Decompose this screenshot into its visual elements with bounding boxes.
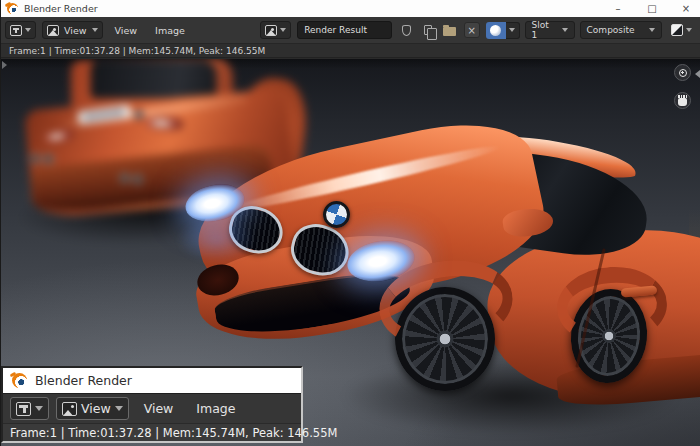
editor-type-dropdown[interactable] bbox=[5, 21, 36, 39]
chevron-down-icon bbox=[35, 406, 43, 411]
shield-icon bbox=[402, 25, 411, 36]
pan-gizmo-button[interactable] bbox=[674, 92, 691, 109]
render-pass-label: Composite bbox=[587, 25, 635, 35]
folder-icon bbox=[443, 27, 456, 36]
panel-collapse-arrow[interactable] bbox=[2, 61, 7, 69]
chevron-down-icon bbox=[280, 28, 286, 32]
editor-mode-dropdown[interactable]: View bbox=[56, 397, 129, 420]
mode-label: View bbox=[62, 25, 89, 36]
editor-type-dropdown[interactable] bbox=[10, 397, 49, 420]
image-browse-dropdown[interactable] bbox=[260, 21, 291, 39]
title-bar: Blender Render – □ × bbox=[1, 0, 700, 17]
inset-stats-bar: Frame:1 | Time:01:37.28 | Mem:145.74M, P… bbox=[3, 423, 301, 441]
inset-header: View View Image bbox=[3, 393, 301, 423]
fake-user-button[interactable] bbox=[398, 21, 414, 39]
blender-logo-icon bbox=[7, 3, 18, 14]
window-controls: – □ × bbox=[612, 0, 692, 17]
unlink-image-button[interactable]: × bbox=[464, 22, 480, 38]
chevron-down-icon bbox=[686, 28, 692, 32]
render-stats-text: Frame:1 | Time:01:37.28 | Mem:145.74M, P… bbox=[9, 46, 265, 56]
zoom-gizmo-button[interactable] bbox=[674, 64, 691, 81]
blender-render-window: Blender Render – □ × View View Image Ren… bbox=[0, 0, 700, 446]
chevron-down-icon bbox=[25, 28, 31, 32]
chevron-down-icon bbox=[509, 28, 515, 32]
mode-label: View bbox=[81, 401, 111, 416]
slot-dropdown[interactable]: Slot 1 bbox=[525, 21, 575, 39]
magnifier-icon bbox=[679, 69, 687, 77]
render-stats-bar: Frame:1 | Time:01:37.28 | Mem:145.74M, P… bbox=[1, 44, 700, 58]
duplicate-icon bbox=[424, 25, 432, 35]
render-stats-text: Frame:1 | Time:01:37.28 | Mem:145.74M, P… bbox=[10, 426, 337, 440]
new-image-button[interactable] bbox=[420, 21, 436, 39]
sphere-icon bbox=[490, 25, 501, 36]
image-type-dropdown[interactable] bbox=[506, 22, 520, 39]
view-mode-icon bbox=[62, 402, 77, 416]
display-channels-dropdown[interactable] bbox=[667, 21, 696, 39]
chevron-down-icon bbox=[92, 28, 98, 32]
image-editor-header: View View Image Render Result × S bbox=[1, 17, 700, 44]
color-alpha-icon bbox=[671, 24, 683, 36]
magnified-inset-window: Blender Render View View Image Frame:1 |… bbox=[1, 366, 303, 443]
menu-view[interactable]: View bbox=[109, 25, 144, 36]
bmw-roundel-icon bbox=[323, 201, 350, 228]
blender-logo-icon bbox=[12, 373, 27, 388]
chevron-down-icon bbox=[115, 406, 123, 411]
slot-label: Slot 1 bbox=[532, 20, 557, 40]
rear-window bbox=[91, 61, 217, 99]
inset-title-bar: Blender Render bbox=[3, 368, 301, 393]
menu-image[interactable]: Image bbox=[188, 401, 243, 416]
window-title: Blender Render bbox=[24, 3, 98, 14]
view-mode-icon bbox=[47, 25, 59, 36]
open-image-button[interactable] bbox=[442, 21, 458, 39]
chevron-down-icon bbox=[649, 28, 655, 32]
render-result-toggle[interactable] bbox=[486, 22, 506, 39]
headlight-glow bbox=[177, 217, 257, 263]
image-type-group bbox=[486, 22, 520, 39]
header-right-group: Slot 1 Composite bbox=[486, 21, 696, 39]
render-pass-dropdown[interactable]: Composite bbox=[580, 21, 662, 39]
editor-mode-dropdown[interactable]: View bbox=[42, 21, 103, 39]
image-editor-icon bbox=[16, 402, 31, 416]
menu-image[interactable]: Image bbox=[149, 25, 191, 36]
close-button[interactable]: × bbox=[680, 0, 692, 17]
minimize-button[interactable]: – bbox=[612, 0, 624, 17]
menu-view[interactable]: View bbox=[136, 401, 182, 416]
maximize-button[interactable]: □ bbox=[646, 0, 658, 17]
hand-icon bbox=[678, 98, 687, 106]
image-name-field[interactable]: Render Result bbox=[297, 21, 392, 39]
image-editor-icon bbox=[10, 25, 22, 36]
sidebar-collapse-arrow[interactable] bbox=[695, 70, 700, 78]
image-icon bbox=[265, 25, 277, 36]
chevron-down-icon bbox=[562, 28, 568, 32]
inset-window-title: Blender Render bbox=[35, 373, 132, 388]
